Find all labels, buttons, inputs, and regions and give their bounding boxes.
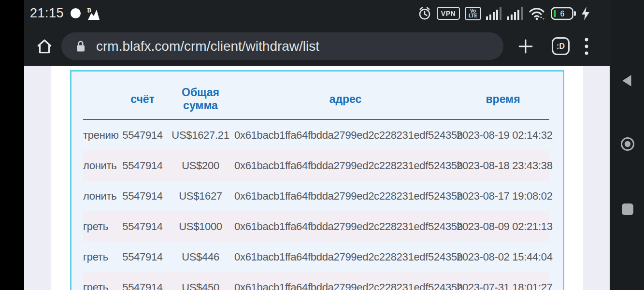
status-bar: 21:15 ₿ VPN Vo LTE [24, 0, 610, 27]
cell-account: 5547914 [118, 281, 167, 290]
cell-time: 2023-08-19 02:14:32 [457, 129, 549, 142]
cell-address: 0x61bacb1ffa64fbdda2799ed2c228231edf5243… [234, 281, 457, 290]
header-time: время [457, 93, 549, 106]
charging-bolt-icon [581, 6, 590, 21]
nav-home-button[interactable] [610, 137, 644, 151]
browser-chrome: 21:15 ₿ VPN Vo LTE [24, 0, 610, 66]
cell-amount: US$1627 [167, 190, 234, 203]
url-text: crm.blafx.com/crm/client/withdraw/list [96, 39, 319, 54]
signal-strength-icon-sim1 [486, 7, 502, 20]
url-bar[interactable]: crm.blafx.com/crm/client/withdraw/list [61, 32, 503, 60]
status-icons: VPN Vo LTE [417, 6, 590, 21]
cell-time: 2023-08-09 02:21:13 [457, 220, 549, 233]
cell-account: 5547914 [118, 220, 167, 233]
cell-amount: US$446 [167, 251, 234, 263]
home-circle-icon [620, 137, 635, 151]
notification-dot-icon [71, 8, 81, 18]
web-page-content: счёт Общая сумма адрес время трению 5547… [24, 66, 610, 290]
cell-account: 5547914 [118, 160, 167, 172]
lock-icon [75, 40, 86, 53]
cell-time: 2023-07-31 18:01:27 [457, 281, 549, 290]
cell-status: трению [83, 129, 118, 142]
withdraw-table: счёт Общая сумма адрес время трению 5547… [83, 72, 549, 290]
signal-strength-icon-sim2 [507, 7, 524, 20]
clock-text: 21:15 [30, 6, 64, 21]
nav-recents-button[interactable] [610, 203, 644, 216]
table-row[interactable]: греть 5547914 US$450 0x61bacb1ffa64fbdda… [83, 272, 549, 290]
header-account: счёт [118, 93, 167, 106]
cell-time: 2023-08-02 15:44:04 [457, 251, 549, 263]
table-row[interactable]: греть 5547914 US$446 0x61bacb1ffa64fbdda… [83, 242, 549, 272]
cell-address: 0x61bacb1ffa64fbdda2799ed2c228231edf5243… [234, 251, 457, 263]
browser-menu-button[interactable] [584, 37, 589, 56]
cell-time: 2023-08-18 23:43:38 [457, 160, 549, 172]
table-row[interactable]: лонить 5547914 US$200 0x61bacb1ffa64fbdd… [83, 150, 549, 181]
nav-back-button[interactable] [610, 73, 644, 88]
cell-address: 0x61bacb1ffa64fbdda2799ed2c228231edf5243… [234, 220, 457, 233]
cell-address: 0x61bacb1ffa64fbdda2799ed2c228231edf5243… [234, 190, 457, 203]
vpn-badge-icon: VPN [437, 7, 460, 20]
cell-status: греть [83, 251, 118, 263]
header-address: адрес [234, 93, 457, 106]
cell-amount: US$1000 [167, 220, 234, 233]
cell-status: греть [83, 281, 118, 290]
volte-badge-icon: Vo LTE [465, 7, 481, 20]
cell-status: лонить [83, 160, 118, 172]
cell-status: лонить [83, 190, 118, 203]
home-icon [36, 38, 53, 55]
browser-toolbar: crm.blafx.com/crm/client/withdraw/list :… [24, 27, 610, 66]
table-header-row: счёт Общая сумма адрес время [83, 72, 549, 120]
battery-percent-text: 6 [560, 10, 565, 18]
table-row[interactable]: греть 5547914 US$1000 0x61bacb1ffa64fbdd… [83, 211, 549, 242]
new-tab-button[interactable] [518, 39, 533, 54]
back-triangle-icon [620, 73, 635, 88]
cell-address: 0x61bacb1ffa64fbdda2799ed2c228231edf5243… [234, 129, 457, 142]
browser-home-button[interactable] [36, 38, 53, 55]
alarm-clock-icon [417, 6, 432, 21]
recents-square-icon [621, 203, 634, 216]
tab-switcher-button[interactable]: :D [552, 37, 570, 55]
cell-account: 5547914 [118, 129, 167, 142]
cell-status: греть [83, 220, 118, 233]
cell-amount: US$200 [167, 160, 234, 172]
three-dot-menu-icon [584, 37, 589, 56]
battery-icon: 6 [551, 7, 576, 20]
cell-amount: US$1627.21 [167, 129, 234, 142]
phone-screen: 21:15 ₿ VPN Vo LTE [0, 0, 644, 290]
wifi-icon [529, 6, 546, 21]
cell-account: 5547914 [118, 190, 167, 203]
cell-address: 0x61bacb1ffa64fbdda2799ed2c228231edf5243… [234, 160, 457, 172]
table-row[interactable]: лонить 5547914 US$1627 0x61bacb1ffa64fbd… [83, 181, 549, 211]
cell-account: 5547914 [118, 251, 167, 263]
bitcoin-chart-notification-icon: ₿ [86, 7, 101, 20]
cell-time: 2023-08-17 19:08:02 [457, 190, 549, 203]
plus-icon [518, 39, 533, 54]
android-nav-bar [610, 0, 644, 290]
cell-amount: US$450 [167, 281, 234, 290]
table-row[interactable]: трению 5547914 US$1627.21 0x61bacb1ffa64… [83, 120, 549, 150]
withdraw-table-container: счёт Общая сумма адрес время трению 5547… [70, 70, 564, 290]
header-amount: Общая сумма [167, 86, 234, 112]
svg-text:₿: ₿ [87, 7, 91, 13]
